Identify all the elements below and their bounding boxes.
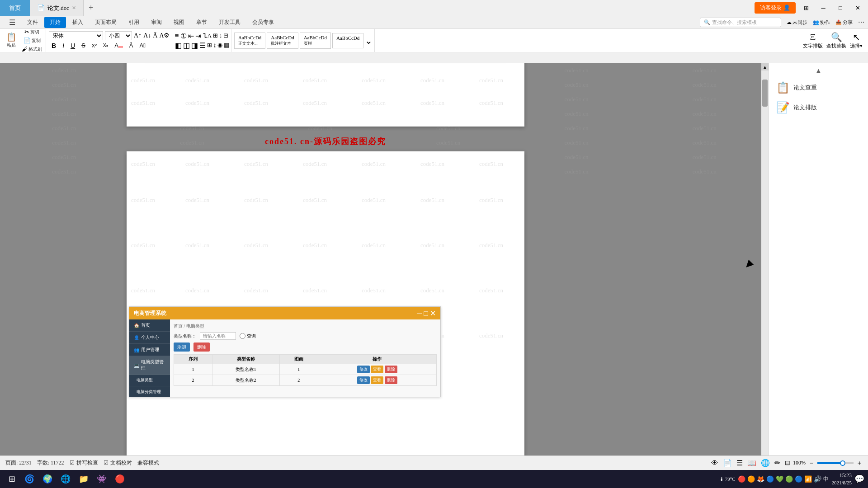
more-options-icon[interactable]: ⋯ <box>858 19 864 26</box>
format-more-icon[interactable]: A⚙ <box>159 32 170 39</box>
inner-delete-button[interactable]: 删除 <box>193 343 210 352</box>
web-layout-icon[interactable]: 🌐 <box>761 459 770 467</box>
taskbar-app-game[interactable]: 👾 <box>93 471 110 487</box>
strikethrough-button[interactable]: S <box>79 41 88 50</box>
delete-button-2[interactable]: 删除 <box>385 376 397 384</box>
ribbon-tab-member[interactable]: 会员专享 <box>247 17 279 28</box>
tray-ime[interactable]: 中 <box>823 475 829 483</box>
numbering-icon[interactable]: ① <box>180 32 187 40</box>
paste-button[interactable]: 📋 粘贴 <box>4 32 19 49</box>
tray-icon-4[interactable]: 🔵 <box>766 475 774 483</box>
style-comment[interactable]: AaBbCcDd批注框文本 <box>267 33 298 49</box>
inner-add-button[interactable]: 添加 <box>174 343 190 352</box>
ribbon-tab-view[interactable]: 视图 <box>168 17 190 28</box>
reading-icon[interactable]: 📖 <box>747 459 756 467</box>
border-icon[interactable]: ⊟ <box>223 32 228 39</box>
paper-check-button[interactable]: 📋 论文查重 <box>773 79 864 97</box>
view-button-2[interactable]: 查看 <box>371 376 383 384</box>
inner-name-input[interactable] <box>200 332 236 340</box>
inner-radio-input[interactable] <box>240 333 245 339</box>
paper-format-button[interactable]: 📝 论文排版 <box>773 99 864 117</box>
highlight-button[interactable]: Ā <box>127 41 136 50</box>
align-justify-icon[interactable]: ☰ <box>199 41 206 50</box>
tray-icon-5[interactable]: 💚 <box>776 475 783 483</box>
focus-icon[interactable]: ✏ <box>774 459 780 467</box>
italic-button[interactable]: I <box>60 41 67 50</box>
view-button-1[interactable]: 查看 <box>371 366 383 373</box>
collab-button[interactable]: 👥 协作 <box>813 19 830 26</box>
tab-home[interactable]: 首页 <box>0 0 30 16</box>
sort-icon[interactable]: ⇅A <box>203 32 212 39</box>
copy-button[interactable]: 📄 复制 <box>20 37 44 45</box>
doc-verify[interactable]: ☑ 文档校对 <box>104 459 132 467</box>
taskbar-app-ie[interactable]: 🌍 <box>39 471 56 487</box>
scroll-thumb[interactable] <box>762 80 768 107</box>
subscript-button[interactable]: X₂ <box>100 42 111 49</box>
tray-icon-3[interactable]: 🦊 <box>757 475 764 483</box>
align-right-icon[interactable]: ◨ <box>191 41 198 50</box>
clock-display[interactable]: 15:23 2021/8/25 <box>831 472 852 486</box>
ribbon-tab-start[interactable]: 开始 <box>44 17 66 28</box>
minimize-button[interactable]: ─ <box>816 2 830 14</box>
vertical-scrollbar[interactable]: ▲ ▼ <box>761 63 769 469</box>
delete-button-1[interactable]: 删除 <box>385 366 397 373</box>
zoom-out-icon[interactable]: － <box>808 459 815 467</box>
font-size-selector[interactable]: 小四 <box>105 31 132 40</box>
font-color-button[interactable]: A <box>112 41 126 50</box>
align-center-top-icon[interactable]: ⊞ <box>213 32 218 39</box>
panel-collapse-arrow[interactable]: ▲ <box>773 67 864 75</box>
tab-close-icon[interactable]: ✕ <box>72 5 76 11</box>
font-layout-button[interactable]: Ξ 文字排版 <box>803 32 823 49</box>
border2-icon[interactable]: ▦ <box>224 42 229 49</box>
tray-icon-2[interactable]: 🟠 <box>747 475 755 483</box>
maximize-button[interactable]: □ <box>834 2 847 14</box>
find-command-input[interactable]: 🔍 查找命令、搜索模板 <box>700 18 781 27</box>
indent-icon[interactable]: ⇥ <box>195 32 201 40</box>
align-center-icon[interactable]: ◫ <box>183 41 190 50</box>
ribbon-tab-chapter[interactable]: 章节 <box>191 17 212 28</box>
ribbon-tab-menu[interactable]: ☰ <box>4 16 21 28</box>
tab-doc[interactable]: 📄 论文.doc ✕ <box>30 0 84 16</box>
tray-icon-7[interactable]: 🔵 <box>795 475 802 483</box>
font-grow-icon[interactable]: A↑ <box>134 32 142 39</box>
share-button[interactable]: 📤 分享 <box>835 19 853 26</box>
outline-icon[interactable]: ☰ <box>736 459 743 467</box>
tab-add-button[interactable]: + <box>84 1 98 15</box>
outdent-icon[interactable]: ⇤ <box>188 32 194 40</box>
ribbon-tab-insert[interactable]: 插入 <box>67 17 89 28</box>
tray-icon-6[interactable]: 🟢 <box>785 475 793 483</box>
edit-button-1[interactable]: 修改 <box>357 366 370 373</box>
zoom-slider[interactable] <box>817 462 854 464</box>
zoom-in-icon[interactable]: ＋ <box>856 459 863 467</box>
font-selector[interactable]: 宋体 <box>49 31 103 40</box>
style-heading[interactable]: AaBbCcDd <box>332 33 363 48</box>
shading-icon[interactable]: ◉ <box>217 42 222 49</box>
underline-button[interactable]: U <box>68 41 78 50</box>
format-brush-button[interactable]: 🖌 格式刷 <box>20 45 44 53</box>
style-dropdown[interactable]: ⌄ <box>365 35 373 46</box>
close-button[interactable]: ✕ <box>851 2 864 14</box>
read-mode-icon[interactable]: 👁 <box>711 459 718 467</box>
zoom-fit-icon[interactable]: ⊟ <box>785 459 790 467</box>
cut-button[interactable]: ✂ 剪切 <box>20 29 44 36</box>
ribbon-tab-dev[interactable]: 开发工具 <box>213 17 246 28</box>
scroll-up-arrow[interactable]: ▲ <box>761 63 769 70</box>
notification-button[interactable]: 💬 <box>854 474 864 484</box>
line-spacing-icon[interactable]: ↕ <box>219 32 222 39</box>
sync-button[interactable]: ☁ 未同步 <box>787 19 807 26</box>
ribbon-tab-ref[interactable]: 引用 <box>123 17 145 28</box>
clear-format-icon[interactable]: Ā <box>153 32 157 39</box>
spell-check[interactable]: ☑ 拼写检查 <box>70 459 98 467</box>
print-layout-icon[interactable]: 📄 <box>723 459 732 467</box>
ribbon-tab-layout[interactable]: 页面布局 <box>90 17 122 28</box>
tray-volume[interactable]: 🔊 <box>814 475 821 483</box>
char-border-button[interactable]: A⃞ <box>137 41 148 50</box>
visit-login-button[interactable]: 访客登录 👤 <box>755 2 796 14</box>
taskbar-app-wps[interactable]: 🌀 <box>21 471 38 487</box>
select-button[interactable]: ↖ 选择▾ <box>850 32 863 49</box>
line-height-icon[interactable]: ↨ <box>213 42 217 49</box>
style-footer[interactable]: AaBbCcDd页脚 <box>300 33 331 49</box>
style-normal[interactable]: AaBbCcDd正文文本... <box>234 33 265 49</box>
layout-icon[interactable]: ⊞ <box>799 2 813 14</box>
taskbar-app-files[interactable]: 📁 <box>75 471 92 487</box>
